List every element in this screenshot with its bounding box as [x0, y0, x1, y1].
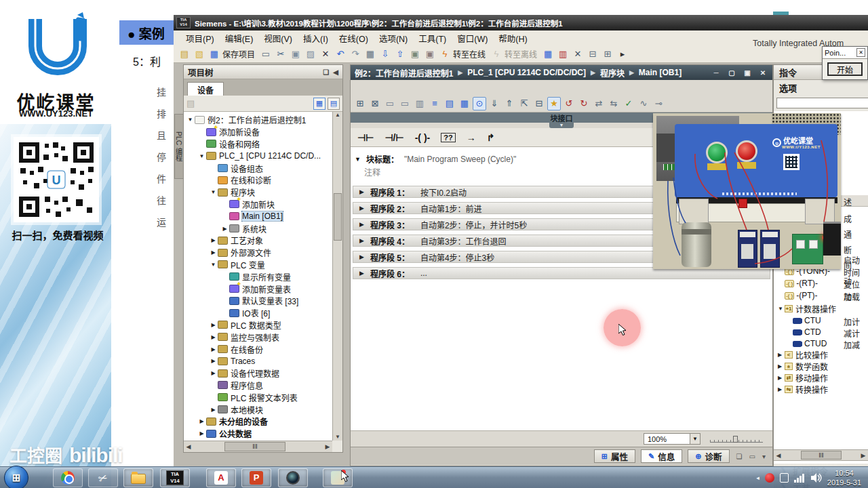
breadcrumb-segment[interactable]: 例2：工作台前进后退控制1 [355, 67, 453, 79]
instruction-row[interactable]: -( )-(RT)- [785, 279, 818, 288]
instruction-row[interactable]: ▶±数学函数 [778, 361, 828, 372]
expander-icon[interactable]: ▶ [210, 407, 217, 413]
taskbar-tia-button[interactable]: TIAV14 [160, 468, 190, 487]
stop-cpu-icon[interactable]: ▣ [423, 47, 437, 61]
block-title-value[interactable]: "Main Program Sweep (Cycle)" [404, 155, 516, 164]
compile-block-icon[interactable]: ✓ [622, 97, 635, 110]
expander-icon[interactable]: ▼ [210, 189, 217, 195]
taskbar-explorer-button[interactable] [123, 468, 153, 487]
plc-programming-side-tab[interactable]: PLC 编程 [174, 114, 184, 179]
monitoring-icon[interactable]: ∿ [637, 97, 650, 110]
go-offline-icon[interactable]: ϟ [490, 47, 503, 61]
scroll-left-icon[interactable]: ◀ [774, 451, 783, 460]
favorites-toggle-icon[interactable]: ★ [547, 97, 561, 110]
expander-icon[interactable]: ▶ [210, 237, 217, 243]
expander-icon[interactable]: ▶ [778, 375, 785, 381]
go-offline-icon-label[interactable]: 转至离线 [505, 48, 537, 60]
instruction-row[interactable]: -( )-(PT)- [785, 291, 818, 300]
close-icon[interactable]: ✕ [856, 48, 865, 57]
expander-icon[interactable]: ▶ [210, 249, 217, 256]
tree-item[interactable]: 程序信息 [184, 380, 332, 392]
next-error-icon[interactable]: ↻ [577, 97, 591, 110]
download-icon[interactable]: ⇩ [378, 47, 392, 61]
tree-item[interactable]: ▶系统块 [184, 222, 332, 235]
block-comment[interactable]: 注释 [364, 166, 380, 178]
redo-icon[interactable]: ↷ [349, 47, 362, 61]
expander-icon[interactable]: ▶ [198, 418, 205, 424]
empty-box-icon[interactable]: ?? [441, 133, 455, 142]
menu-在线(O)[interactable]: 在线(O) [334, 30, 374, 46]
speaker-icon[interactable] [810, 472, 822, 483]
tia-title-bar[interactable]: TIAV14 Siemens - E:\培训\3.教材\2019教程计划\120… [174, 15, 868, 30]
menu-帮助(H)[interactable]: 帮助(H) [493, 30, 532, 46]
block-properties-icon[interactable]: ▭ [398, 97, 412, 110]
expander-icon[interactable]: ▶ [778, 352, 785, 358]
insert-network-icon[interactable]: ⊞ [353, 97, 367, 110]
copy-icon[interactable]: ▣ [289, 47, 302, 61]
tree-hscroll-thumb[interactable]: ‖‖ [224, 442, 285, 451]
menu-项目(P)[interactable]: 项目(P) [180, 30, 220, 46]
tray-clock[interactable]: 10:542019-5-31 [827, 468, 867, 488]
scroll-right-icon[interactable]: ▶ [323, 442, 332, 451]
tree-item[interactable]: 添加新块 [184, 199, 332, 211]
tree-item[interactable]: ▶监控与强制表 [184, 331, 332, 343]
tree-item[interactable]: ▶在线备份 [184, 343, 332, 355]
hidden-icons-arrow[interactable]: ◂ [756, 474, 760, 481]
close-branch-icon[interactable]: ↱ [487, 132, 495, 143]
expander-icon[interactable]: ▶ [359, 237, 364, 244]
accessible-devices-icon[interactable]: ▦ [541, 47, 555, 61]
breadcrumb-segment[interactable]: Main [OB1] [639, 68, 682, 77]
instructions-horizontal-scrollbar[interactable]: ◀‖‖▶ [774, 449, 868, 461]
tray-app-icon[interactable] [765, 473, 774, 483]
tree-item[interactable]: 在线和诊断 [184, 174, 332, 186]
jump-label-icon[interactable]: ⊸ [652, 97, 665, 110]
tree-item[interactable]: 显示所有变量 [184, 270, 332, 283]
instruction-row[interactable]: ▶⇋转换操作 [778, 384, 828, 395]
menu-插入(I)[interactable]: 插入(I) [298, 30, 334, 46]
tree-item[interactable]: ▼例2：工作台前进后退控制1 [184, 114, 332, 126]
collapse-panel-icon[interactable]: ◀ [333, 68, 338, 76]
tree-horizontal-scrollbar[interactable]: ◀ ‖‖ ▶ [184, 441, 332, 452]
expander-icon[interactable]: ▼ [210, 262, 217, 268]
instruction-row[interactable]: CTUD [793, 339, 827, 348]
tree-item[interactable]: Main [OB1] [184, 210, 332, 222]
expander-icon[interactable]: ▼ [186, 117, 194, 123]
previous-error-icon[interactable]: ↺ [562, 97, 576, 110]
hscroll-thumb[interactable]: ‖‖ [801, 451, 842, 460]
branch-icon[interactable]: → [467, 132, 476, 143]
scroll-left-icon[interactable]: ◀ [184, 442, 193, 451]
expander-icon[interactable]: ▶ [210, 370, 217, 376]
taskbar-snip-button[interactable]: ✂ [88, 468, 118, 487]
delete-network-icon[interactable]: ⊠ [368, 97, 382, 110]
expander-icon[interactable]: ▶ [210, 322, 217, 328]
save-project-icon-label[interactable]: 保存项目 [222, 48, 255, 60]
symbolic-operands-icon[interactable]: ▤ [443, 97, 456, 110]
tree-item[interactable]: ▼PLC 变量 [184, 259, 332, 271]
diagram-view-icon[interactable]: ▤ [328, 98, 340, 110]
delete-icon[interactable]: ✕ [319, 47, 332, 61]
paste-icon[interactable]: ▨ [304, 47, 317, 61]
breadcrumb-segment[interactable]: 程序块 [600, 67, 625, 79]
nc-contact-icon[interactable]: ⊣/⊢ [384, 132, 403, 143]
expander-icon[interactable]: ▶ [210, 346, 217, 352]
menu-窗口(W)[interactable]: 窗口(W) [452, 30, 493, 46]
info-tab[interactable]: ✎信息 [641, 449, 682, 463]
taskbar-pdf-button[interactable]: A [206, 468, 236, 487]
breadcrumb-segment[interactable]: PLC_1 [CPU 1214C DC/DC/DC] [467, 68, 586, 77]
expand-networks-icon[interactable]: ⇓ [488, 97, 501, 110]
upload-icon[interactable]: ⇧ [393, 47, 407, 61]
tree-item[interactable]: ▼PLC_1 [CPU 1214C DC/D... [184, 150, 332, 162]
details-view-icon[interactable]: ▦ [313, 98, 326, 110]
receive-alarms-icon[interactable]: ▥ [556, 47, 570, 61]
save-project-icon[interactable]: ▦ [208, 47, 221, 61]
menu-编辑(E)[interactable]: 编辑(E) [220, 30, 259, 46]
menu-工具(T)[interactable]: 工具(T) [413, 30, 452, 46]
close-icon[interactable]: ✕ [757, 69, 768, 77]
start-button[interactable]: ⊞ [4, 466, 28, 488]
menu-选项(N)[interactable]: 选项(N) [374, 30, 413, 46]
consistency-check-icon[interactable]: ⇆ [607, 97, 620, 110]
pointer-tool-window[interactable]: Poin... ✕ 开始 [822, 46, 868, 80]
expander-icon[interactable]: ▶ [359, 205, 364, 211]
update-block-calls-icon[interactable]: ⇄ [592, 97, 606, 110]
expander-icon[interactable]: ▶ [778, 363, 785, 369]
